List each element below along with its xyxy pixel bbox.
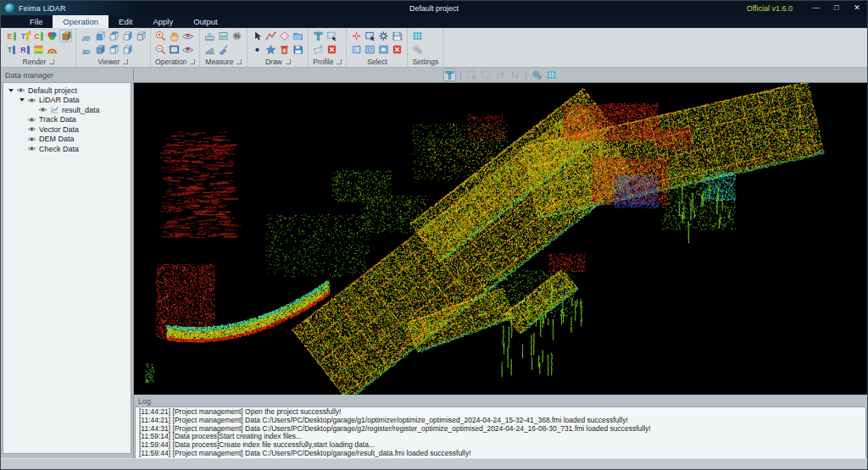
attribute-table-button[interactable]	[545, 69, 558, 81]
tree-item-check-data[interactable]: Check Data	[3, 144, 131, 154]
view-2d-button[interactable]: 2D	[80, 30, 92, 42]
visibility-eye-icon[interactable]	[38, 105, 47, 114]
measure-points-button[interactable]	[231, 30, 243, 42]
point-cloud-viewport[interactable]	[134, 82, 867, 395]
tree-item-vector-data[interactable]: Vector Data	[3, 124, 131, 135]
render-rgb-button[interactable]	[46, 30, 58, 42]
pan-button[interactable]	[168, 30, 181, 42]
profile-select-icon	[466, 69, 477, 80]
profile-expand-icon	[509, 69, 520, 80]
render-elevation-blend-button[interactable]	[46, 43, 58, 56]
menu-file[interactable]: File	[19, 15, 53, 28]
view-3d-button[interactable]: 3D	[80, 43, 92, 56]
log-panel: Log [11:44:21] [Project management] Open…	[134, 396, 867, 458]
profile-rotate-button[interactable]	[312, 43, 325, 56]
project-tree[interactable]: Default projectLiDAR Dataresult_dataTrac…	[3, 82, 131, 454]
render-elevation-button[interactable]: E	[5, 30, 18, 42]
draw-select-button[interactable]	[251, 30, 264, 42]
tree-item-default-project[interactable]: Default project	[3, 86, 131, 96]
view-back-button[interactable]	[107, 43, 120, 56]
tree-item-lidar-data[interactable]: LiDAR Data	[3, 96, 131, 106]
ribbon-group-label: Draw	[265, 58, 282, 66]
render-blend-button[interactable]	[32, 43, 45, 56]
dialog-launcher-icon[interactable]	[190, 59, 195, 64]
select-outside-icon	[378, 44, 389, 55]
dialog-launcher-icon[interactable]	[236, 59, 242, 64]
select-inside-button[interactable]	[364, 43, 376, 56]
tree-item-track-data[interactable]: Track Data	[3, 115, 131, 125]
visibility-eye-icon[interactable]	[27, 115, 36, 124]
measure-area-button[interactable]: m²	[217, 30, 230, 42]
select-inside-icon	[364, 44, 376, 55]
display-settings-button[interactable]	[411, 30, 424, 42]
close-button[interactable]: ✕	[847, 1, 867, 15]
measure-distance-button[interactable]: m	[203, 30, 216, 42]
select-cross-button[interactable]	[350, 30, 363, 42]
visibility-eye-icon[interactable]	[27, 96, 36, 105]
tree-item-result-data[interactable]: result_data	[3, 105, 131, 115]
draw-point-icon	[252, 44, 263, 55]
select-circle-button[interactable]	[377, 30, 390, 42]
visibility-eye-icon[interactable]	[27, 124, 36, 134]
tree-item-label: Default project	[28, 86, 77, 95]
menu-apply[interactable]: Apply	[142, 15, 183, 28]
view-right-button[interactable]	[120, 43, 133, 56]
draw-select-icon	[252, 30, 263, 41]
profile-region-button[interactable]	[326, 30, 338, 42]
profile-tool-toggle-button[interactable]	[443, 69, 456, 81]
view-front-button[interactable]	[93, 30, 106, 42]
profile-tool-button[interactable]	[312, 30, 325, 42]
select-save-button[interactable]	[391, 30, 403, 42]
rotate-button[interactable]	[181, 30, 194, 42]
zoom-out-button[interactable]	[154, 43, 167, 56]
visibility-eye-icon[interactable]	[27, 135, 36, 144]
render-texture-button[interactable]	[59, 30, 72, 42]
visibility-eye-icon[interactable]	[27, 144, 36, 153]
measure-angle-button[interactable]	[203, 43, 216, 56]
view-top-button[interactable]	[107, 30, 120, 42]
select-invert-button[interactable]	[350, 43, 363, 56]
draw-save-button[interactable]	[292, 43, 304, 56]
view-left-button[interactable]	[120, 30, 133, 42]
draw-delete-button[interactable]	[278, 43, 291, 56]
tree-item-dem-data[interactable]: DEM Data	[3, 135, 131, 145]
dialog-launcher-icon[interactable]	[49, 59, 54, 64]
system-settings-button[interactable]	[411, 43, 424, 56]
full-extent-button[interactable]	[181, 43, 194, 56]
view-iso-button[interactable]	[93, 43, 106, 56]
select-save-icon	[392, 30, 403, 41]
maximize-button[interactable]: □	[826, 1, 847, 15]
dialog-launcher-icon[interactable]	[286, 59, 291, 64]
measure-volume-button[interactable]	[217, 43, 230, 56]
select-rect-button[interactable]	[364, 30, 376, 42]
visibility-eye-icon[interactable]	[16, 86, 25, 95]
log-output[interactable]: [11:44:21] [Project management] Open the…	[135, 406, 866, 461]
render-tin-button[interactable]: T	[5, 43, 18, 56]
menu-operation[interactable]: Operation	[53, 15, 108, 28]
profile-settings-button[interactable]	[531, 69, 543, 81]
expander-icon[interactable]	[8, 89, 14, 92]
select-cancel-button[interactable]	[391, 43, 403, 56]
render-intensity-button[interactable]: T!	[19, 30, 31, 42]
tree-item-label: Track Data	[39, 115, 76, 124]
draw-star-button[interactable]	[264, 43, 277, 56]
expander-icon[interactable]	[19, 98, 25, 102]
draw-open-button[interactable]	[292, 30, 304, 42]
ribbon-group-label: Select	[367, 58, 387, 66]
profile-close-button[interactable]	[326, 43, 338, 56]
draw-polyline-button[interactable]	[264, 30, 277, 42]
menu-edit[interactable]: Edit	[108, 15, 142, 28]
view-top-icon	[108, 30, 119, 41]
dialog-launcher-icon[interactable]	[337, 59, 342, 64]
zoom-in-button[interactable]	[154, 30, 167, 42]
dialog-launcher-icon[interactable]	[123, 59, 128, 64]
select-outside-button[interactable]	[377, 43, 390, 56]
zoom-window-button[interactable]	[168, 43, 181, 56]
render-classification-button[interactable]: C	[32, 30, 45, 42]
render-return-button[interactable]: R	[19, 43, 31, 56]
draw-polygon-button[interactable]	[278, 30, 291, 42]
minimize-button[interactable]: —	[806, 1, 826, 15]
draw-point-button[interactable]	[251, 43, 264, 56]
view-wireframe-button[interactable]	[134, 30, 147, 42]
menu-output[interactable]: Output	[183, 15, 228, 28]
